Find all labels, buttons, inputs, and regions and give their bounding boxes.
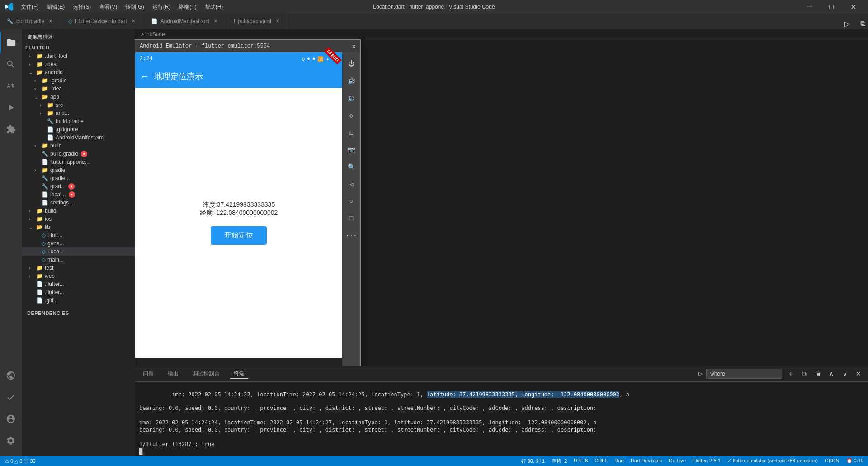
terminal-down-icon[interactable]: ∨ (840, 369, 850, 379)
sidebar-item-build-gradle-android[interactable]: › 🔧 build.gradle ● (22, 150, 135, 158)
terminal-tab-output[interactable]: 输出 (164, 369, 182, 379)
menu-help[interactable]: 帮助(H) (201, 2, 227, 12)
sidebar-item-gradle-file1[interactable]: › 🔧 gradle... (22, 174, 135, 182)
emu-stop-button[interactable]: □ (344, 212, 358, 225)
activity-accounts[interactable] (0, 408, 22, 430)
power-button[interactable]: ⏻ (344, 57, 358, 71)
status-language[interactable]: Dart (614, 458, 624, 465)
activity-remote-explorer[interactable] (0, 365, 22, 386)
status-errors[interactable]: ⚠ 0 △ 0 ⓘ 33 (5, 458, 36, 465)
run-icon[interactable]: ▷ (842, 18, 853, 29)
terminal-content[interactable]: ime: 2022-02-05 14:24:22, locationTime: … (135, 382, 868, 456)
activity-search[interactable] (0, 53, 22, 75)
menu-select[interactable]: 选择(S) (69, 2, 94, 12)
sidebar-item-flutter-appone[interactable]: › 📄 flutter_appone... (22, 158, 135, 166)
sidebar-item-test[interactable]: › 📁 test (22, 264, 135, 272)
activity-testing[interactable] (0, 386, 22, 408)
terminal-up-icon[interactable]: ∧ (826, 369, 836, 379)
emu-home-button[interactable]: ○ (344, 195, 358, 208)
sidebar-item-gitignore[interactable]: › 📄 .gitignore (22, 125, 135, 133)
nav-back-button[interactable]: ◁ (167, 364, 172, 366)
camera-button[interactable]: 📷 (344, 143, 358, 157)
title-bar-menu[interactable]: 文件(F) 编辑(E) 选择(S) 查看(V) 转到(G) 运行(R) 终端(T… (17, 2, 226, 12)
sidebar-item-gitignore2[interactable]: › 📄 .giti... (22, 296, 135, 304)
tab-close-icon[interactable]: ✕ (130, 18, 137, 25)
terminal-close-icon[interactable]: ✕ (854, 369, 863, 379)
terminal-split-icon[interactable]: ⧉ (799, 369, 809, 379)
status-encoding[interactable]: UTF-8 (574, 458, 588, 465)
fold-button[interactable]: ◻ (344, 126, 358, 139)
activity-run[interactable] (0, 97, 22, 119)
sidebar-item-main-dart[interactable]: › ◇ main... (22, 256, 135, 264)
tab-android-manifest[interactable]: 📄 AndroidManifest.xml ✕ (144, 13, 227, 29)
terminal-tab-debug[interactable]: 调试控制台 (189, 369, 223, 379)
sidebar-item-androidmanifest[interactable]: › 📄 AndroidManifest.xml (22, 133, 135, 142)
status-gson[interactable]: GSON (825, 458, 839, 465)
rotate-button[interactable]: ◇ (344, 109, 358, 122)
emulator-close-button[interactable]: ✕ (352, 43, 356, 50)
status-devtools[interactable]: Dart DevTools (631, 458, 662, 465)
sidebar-item-and[interactable]: › 📁 and... (22, 109, 135, 117)
sidebar-item-src[interactable]: › 📁 src (22, 101, 135, 109)
menu-edit[interactable]: 编辑(E) (43, 2, 68, 12)
start-location-button[interactable]: 开始定位 (211, 226, 267, 245)
sidebar-item-build[interactable]: › 📁 build (22, 142, 135, 150)
sidebar-item-idea2[interactable]: › 📁 .idea (22, 85, 135, 93)
sidebar-item-location-dart[interactable]: › ◇ Loca... (22, 247, 135, 256)
sidebar-item-gradle[interactable]: › 📁 .gradle (22, 76, 135, 85)
activity-explorer[interactable] (0, 32, 22, 53)
status-position[interactable]: 行 30, 列 1 (521, 458, 545, 465)
activity-extensions[interactable] (0, 119, 22, 140)
menu-file[interactable]: 文件(F) (17, 2, 42, 12)
status-eol[interactable]: CRLF (594, 458, 608, 465)
sidebar-item-gradle-folder[interactable]: › 📁 gradle (22, 166, 135, 174)
nav-home-button[interactable]: ● (236, 365, 241, 366)
sidebar-item-android[interactable]: ⌄ 📂 android (22, 68, 135, 76)
sidebar-item-build2[interactable]: › 📁 build (22, 207, 135, 215)
status-golive[interactable]: Go Live (669, 458, 686, 465)
terminal-search-add-icon[interactable]: + (786, 369, 796, 379)
tab-close-icon[interactable]: ✕ (274, 18, 281, 25)
sidebar-item-gradle-file2[interactable]: › 🔧 grad... ● (22, 182, 135, 190)
tab-flutter-device-info[interactable]: ◇ FlutterDeviceInfo.dart ✕ (61, 13, 144, 29)
close-button[interactable]: ✕ (843, 0, 863, 14)
activity-settings[interactable] (0, 430, 22, 452)
status-time[interactable]: ⏰ 0:10 (846, 458, 863, 465)
volume-up-button[interactable]: 🔊 (344, 74, 358, 88)
sidebar-item-settings[interactable]: › 📄 settings... (22, 199, 135, 207)
terminal-tab-problems[interactable]: 问题 (139, 369, 157, 379)
sidebar-item-flutter-dart[interactable]: › ◇ Flutt... (22, 231, 135, 239)
sidebar-item-flutter-config1[interactable]: › 📄 .flutter... (22, 280, 135, 288)
terminal-search-input[interactable] (706, 369, 782, 379)
activity-source-control[interactable] (0, 75, 22, 97)
status-flutter-version[interactable]: Flutter: 2.8.1 (693, 458, 721, 465)
sidebar-item-build-gradle-file[interactable]: › 🔧 build.gradle (22, 117, 135, 125)
sidebar-item-gene-dart[interactable]: › ◇ gene... (22, 239, 135, 247)
tab-close-icon[interactable]: ✕ (47, 18, 54, 25)
terminal-tab-terminal[interactable]: 终端 (230, 369, 248, 379)
terminal-trash-icon[interactable]: 🗑 (813, 369, 823, 379)
menu-goto[interactable]: 转到(G) (122, 2, 147, 12)
menu-terminal[interactable]: 终端(T) (175, 2, 200, 12)
tab-close-icon[interactable]: ✕ (212, 18, 219, 25)
back-button[interactable]: ← (142, 71, 147, 82)
zoom-button[interactable]: 🔍 (344, 160, 358, 174)
tab-pubspec[interactable]: ! pubspec.yaml ✕ (226, 13, 288, 29)
sidebar-item-app[interactable]: ⌄ 📂 app (22, 93, 135, 101)
volume-down-button[interactable]: 🔉 (344, 91, 358, 105)
maximize-button[interactable]: □ (821, 0, 842, 14)
status-indent[interactable]: 空格: 2 (552, 458, 567, 465)
sidebar-item-lib[interactable]: ⌄ 📂 lib (22, 223, 135, 231)
status-emulator[interactable]: ✓ flutter emulator (android-x86-emulator… (727, 458, 818, 465)
code-editor[interactable]: _location.onLocationChanged.listen((l) {… (135, 39, 868, 366)
split-editor-icon[interactable]: ⧉ (857, 18, 868, 29)
sidebar-item-web[interactable]: › 📁 web (22, 272, 135, 280)
nav-recent-button[interactable]: ■ (305, 365, 310, 366)
minimize-button[interactable]: ─ (799, 0, 820, 14)
sidebar-item-local[interactable]: › 📄 local... ● (22, 190, 135, 199)
menu-run[interactable]: 运行(R) (149, 2, 175, 12)
sidebar-item-dart-tool[interactable]: › 📁 .dart_tool (22, 52, 135, 60)
sidebar-item-flutter-config2[interactable]: › 📄 .flutter... (22, 288, 135, 296)
emu-back-button[interactable]: ◁ (344, 177, 358, 191)
menu-view[interactable]: 查看(V) (95, 2, 121, 12)
